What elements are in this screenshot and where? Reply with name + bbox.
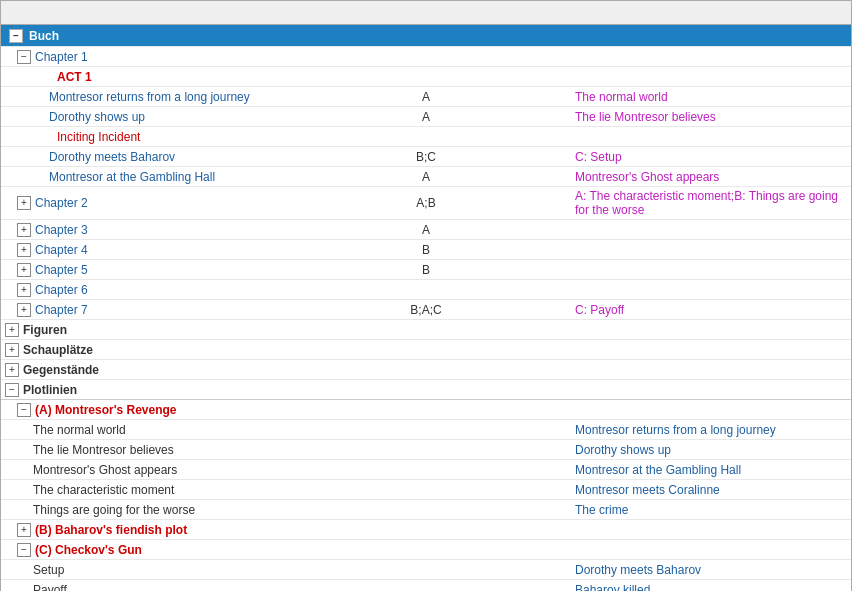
table-row: The normal world Montresor returns from … — [1, 420, 851, 440]
table-row: The characteristic moment Montresor meet… — [1, 480, 851, 500]
expand-icon[interactable]: − — [17, 403, 31, 417]
table-row: Montresor returns from a long journey A … — [1, 87, 851, 107]
plotpunkte-cell — [571, 268, 851, 272]
plotlinien-cell — [451, 248, 571, 252]
plotpunkte-cell — [571, 248, 851, 252]
act-label: ACT 1 — [5, 70, 92, 84]
expand-icon[interactable]: + — [17, 283, 31, 297]
plotpunkte-cell: The lie Montresor believes — [571, 108, 851, 126]
plotpunkte-cell: Montresor returns from a long journey — [571, 421, 851, 439]
plotlinie-item-label: Payoff — [33, 583, 67, 592]
table-row: + Chapter 5 B — [1, 260, 851, 280]
table-row: − Chapter 1 — [1, 47, 851, 67]
table-row: + Chapter 2 A;B A: The characteristic mo… — [1, 187, 851, 220]
item-label: Dorothy shows up — [49, 110, 145, 124]
expand-icon[interactable]: − — [5, 383, 19, 397]
expand-icon[interactable]: + — [17, 303, 31, 317]
expand-icon[interactable]: − — [17, 50, 31, 64]
n-cell: B;A;C — [401, 301, 451, 319]
table-row: The lie Montresor believes Dorothy shows… — [1, 440, 851, 460]
section-label: Schauplätze — [23, 343, 93, 357]
section-label: Figuren — [23, 323, 67, 337]
main-table: − Buch − Chapter 1 ACT 1 Montresor retur… — [0, 0, 852, 591]
n-cell: A;B — [401, 194, 451, 212]
n-cell: A — [401, 108, 451, 126]
item-label: Montresor returns from a long journey — [49, 90, 250, 104]
plotlinien-cell — [451, 488, 571, 492]
expand-icon[interactable]: + — [17, 523, 31, 537]
table-row: Payoff Baharov killed — [1, 580, 851, 591]
expand-icon[interactable]: + — [5, 323, 19, 337]
table-row: − (A) Montresor's Revenge — [1, 400, 851, 420]
plotlinien-cell — [451, 228, 571, 232]
plotlinien-cell — [451, 155, 571, 159]
expand-icon[interactable]: + — [5, 343, 19, 357]
table-body: − Buch − Chapter 1 ACT 1 Montresor retur… — [1, 25, 851, 591]
plotlinien-cell — [451, 588, 571, 592]
n-cell — [401, 288, 451, 292]
table-row: + Chapter 4 B — [1, 240, 851, 260]
table-row: + Gegenstände — [1, 360, 851, 380]
section-label: Plotlinien — [23, 383, 77, 397]
plotpunkte-cell: C: Setup — [571, 148, 851, 166]
chapter-label: Chapter 2 — [35, 196, 88, 210]
plotlinien-cell — [451, 201, 571, 205]
plotlinien-cell — [451, 55, 571, 59]
plotlinien-cell — [451, 508, 571, 512]
table-header — [1, 1, 851, 25]
plotlinie-item-label: The lie Montresor believes — [33, 443, 174, 457]
n-cell: A — [401, 221, 451, 239]
plotlinie-item-label: Things are going for the worse — [33, 503, 195, 517]
plotpunkte-cell: Baharov killed — [571, 581, 851, 592]
plotpunkte-cell: Montresor's Ghost appears — [571, 168, 851, 186]
expand-icon[interactable]: + — [17, 196, 31, 210]
chapter-label: Chapter 7 — [35, 303, 88, 317]
inciting-label: Inciting Incident — [5, 130, 140, 144]
expand-icon[interactable]: + — [5, 363, 19, 377]
plotpunkte-cell — [571, 228, 851, 232]
plotlinien-cell — [451, 268, 571, 272]
n-cell — [401, 428, 451, 432]
section-label: Buch — [29, 29, 59, 43]
expand-icon[interactable]: − — [17, 543, 31, 557]
expand-icon[interactable]: − — [9, 29, 23, 43]
item-label: Dorothy meets Baharov — [49, 150, 175, 164]
n-cell — [401, 508, 451, 512]
plotlinien-cell — [451, 568, 571, 572]
table-row: − Plotlinien — [1, 380, 851, 400]
expand-icon[interactable]: + — [17, 243, 31, 257]
plotlinie-item-label: Montresor's Ghost appears — [33, 463, 177, 477]
n-cell: A — [401, 168, 451, 186]
table-row: + Chapter 6 — [1, 280, 851, 300]
plotlinien-cell — [451, 288, 571, 292]
plotlinien-cell — [451, 448, 571, 452]
expand-icon[interactable]: + — [17, 263, 31, 277]
plotlinien-cell — [451, 308, 571, 312]
plotpunkte-cell — [571, 288, 851, 292]
chapter-label: Chapter 5 — [35, 263, 88, 277]
expand-icon[interactable]: + — [17, 223, 31, 237]
plotlinie-header: (C) Checkov's Gun — [35, 543, 142, 557]
plotpunkte-cell — [571, 55, 851, 59]
plotpunkte-cell: C: Payoff — [571, 301, 851, 319]
table-row: ACT 1 — [1, 67, 851, 87]
table-row: Montresor's Ghost appears Montresor at t… — [1, 460, 851, 480]
n-cell: B — [401, 241, 451, 259]
n-cell: A — [401, 88, 451, 106]
plotpunkte-cell: Dorothy meets Baharov — [571, 561, 851, 579]
table-row: Things are going for the worse The crime — [1, 500, 851, 520]
table-row: − Buch — [1, 25, 851, 47]
plotlinien-cell — [451, 115, 571, 119]
chapter-label: Chapter 3 — [35, 223, 88, 237]
chapter-label: Chapter 6 — [35, 283, 88, 297]
table-row: + Schauplätze — [1, 340, 851, 360]
plotlinie-header: (A) Montresor's Revenge — [35, 403, 177, 417]
plotlinie-item-label: The characteristic moment — [33, 483, 174, 497]
table-row: Inciting Incident — [1, 127, 851, 147]
n-cell — [401, 468, 451, 472]
n-cell — [401, 55, 451, 59]
table-row: + Chapter 7 B;A;C C: Payoff — [1, 300, 851, 320]
plotlinien-cell — [451, 428, 571, 432]
table-row: + (B) Baharov's fiendish plot — [1, 520, 851, 540]
plotlinie-header: (B) Baharov's fiendish plot — [35, 523, 187, 537]
